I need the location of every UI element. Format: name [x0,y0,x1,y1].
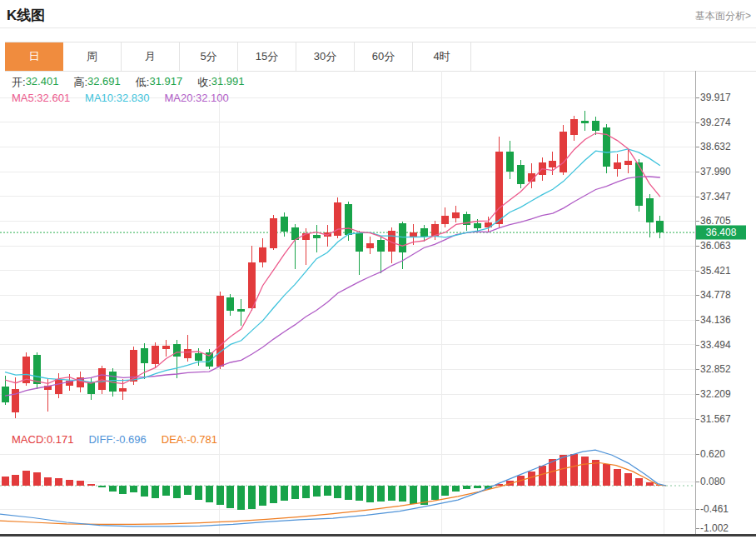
y-axis-label: 32.209 [700,388,731,400]
diff-label: DIFF: [88,433,116,446]
macd-value: 0.171 [47,433,74,446]
tab-day[interactable]: 日 [5,42,63,71]
low-label: 低: [136,75,150,90]
y-axis-label: 39.274 [700,117,731,128]
close-label: 收: [197,75,211,90]
open-label: 开: [12,75,26,90]
fundamental-analysis-link[interactable]: 基本面分析> [695,9,751,23]
tab-month[interactable]: 月 [122,42,180,71]
y-axis-label: 32.852 [700,363,731,375]
high-value: 32.691 [87,75,121,90]
bottom-divider [0,534,756,537]
y-axis-label: 37.990 [700,166,731,177]
tab-60min[interactable]: 60分 [355,42,413,71]
ma20-value: 32.100 [196,92,229,104]
tab-30min[interactable]: 30分 [296,42,355,71]
ma20-label: MA20: [164,92,196,104]
ma10-label: MA10: [85,92,117,104]
y-axis-label: 38.632 [700,141,731,152]
tab-15min[interactable]: 15分 [238,42,296,71]
kline-widget: K线图 基本面分析> 日 周 月 5分 15分 30分 60分 4时 开:32.… [0,0,756,539]
y-axis-label: 34.136 [700,314,731,326]
y-axis-label: 36.063 [700,240,731,252]
page-title: K线图 [7,6,45,25]
y-axis-label: 0.620 [700,448,725,460]
y-axis-label: -1.002 [700,522,729,534]
y-axis-label: 0.080 [700,476,725,487]
open-value: 32.401 [26,75,59,90]
ma-legend: MA5: 32.601 MA10: 32.830 MA20: 32.100 [12,92,229,104]
high-label: 高: [73,75,87,90]
tab-week[interactable]: 周 [63,42,122,71]
macd-label: MACD: [12,433,47,446]
dea-value: -0.781 [187,433,217,446]
y-axis-label: 31.567 [700,413,731,425]
ma5-label: MA5: [12,92,37,104]
ma5-value: 32.601 [37,92,70,104]
tab-4hour[interactable]: 4时 [413,42,471,71]
y-axis-label: 35.421 [700,265,731,277]
y-axis-label: 39.917 [700,92,731,103]
candlestick-chart[interactable] [0,71,695,429]
y-axis-label: -0.461 [700,503,729,515]
last-price-badge: 36.408 [696,226,746,240]
dea-label: DEA: [162,433,187,446]
y-axis-label: 37.347 [700,191,731,202]
low-value: 31.917 [149,75,182,90]
macd-legend: MACD:0.171 DIFF: -0.696 DEA: -0.781 [12,433,217,446]
tab-5min[interactable]: 5分 [180,42,238,71]
y-axis-label: 34.778 [700,289,731,301]
header-divider [0,27,756,28]
diff-value: -0.696 [116,433,147,446]
close-value: 31.991 [211,75,245,90]
y-axis-label: 33.494 [700,339,731,351]
y-axis [695,71,696,534]
ma10-value: 32.830 [117,92,150,104]
ohlc-legend: 开:32.401 高:32.691 低:31.917 收:31.991 [12,75,245,90]
timeframe-tabbar: 日 周 月 5分 15分 30分 60分 4时 [5,42,756,72]
